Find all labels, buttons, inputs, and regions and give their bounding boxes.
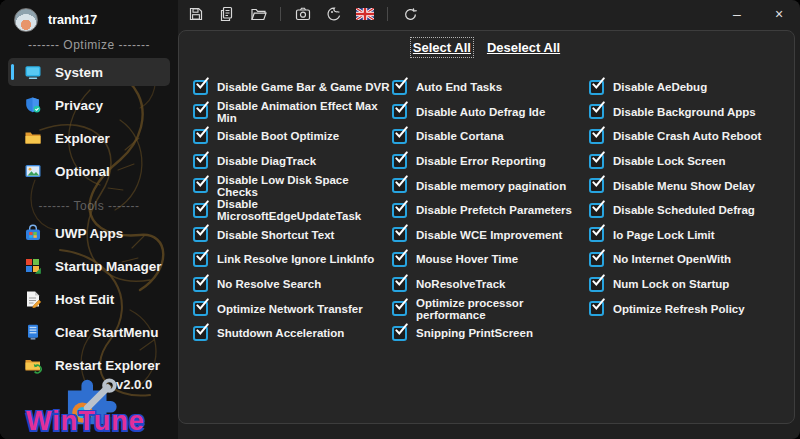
tweak-checkbox-item[interactable]: Disable Boot Optimize [193, 124, 392, 149]
checkbox-checked-icon[interactable] [589, 277, 604, 292]
checkbox-checked-icon[interactable] [193, 104, 208, 119]
tweak-checkbox-item[interactable]: Disable Error Reporting [392, 149, 589, 174]
tweak-label: Disable Prefetch Parameters [416, 204, 572, 216]
checkbox-checked-icon[interactable] [392, 301, 407, 316]
checkbox-checked-icon[interactable] [193, 301, 208, 316]
sidebar-item-explorer[interactable]: Explorer [8, 124, 170, 152]
sidebar-item-clear-startmenu[interactable]: Clear StartMenu [8, 318, 170, 346]
user-profile[interactable]: tranht17 [0, 0, 178, 32]
theme-icon[interactable] [322, 3, 346, 25]
tweak-label: Num Lock on Startup [613, 278, 729, 290]
export-icon[interactable] [215, 3, 239, 25]
checkbox-checked-icon[interactable] [193, 326, 208, 341]
checkbox-checked-icon[interactable] [589, 178, 604, 193]
tweak-checkbox-item[interactable]: Disable memory pagination [392, 173, 589, 198]
tweak-checkbox-item[interactable]: Auto End Tasks [392, 75, 589, 100]
toolbar-separator [280, 7, 281, 21]
tweak-checkbox-item[interactable]: Optimize processor performance [392, 296, 589, 321]
tweak-checkbox-item[interactable]: Disable Scheduled Defrag [589, 198, 789, 223]
checkbox-checked-icon[interactable] [193, 227, 208, 242]
tweak-checkbox-item[interactable]: Disable Shortcut Text [193, 223, 392, 248]
tweak-label: Disable memory pagination [416, 180, 566, 192]
tweak-checkbox-item[interactable]: Disable Auto Defrag Ide [392, 100, 589, 125]
select-all-link[interactable]: Select All [413, 40, 471, 55]
tweak-checkbox-item[interactable]: Disable Prefetch Parameters [392, 198, 589, 223]
checkbox-checked-icon[interactable] [589, 203, 604, 218]
refresh-icon[interactable] [398, 3, 422, 25]
tweak-checkbox-item[interactable]: Disable WCE Improvement [392, 223, 589, 248]
close-button[interactable]: × [758, 0, 800, 28]
checkbox-checked-icon[interactable] [193, 178, 208, 193]
tweak-checkbox-item[interactable]: Shutdown Acceleration [193, 321, 392, 346]
sidebar-item-system[interactable]: System [8, 58, 170, 86]
checkbox-checked-icon[interactable] [193, 129, 208, 144]
tweak-label: Disable MicrosoftEdgeUpdateTask [217, 198, 392, 222]
checkbox-checked-icon[interactable] [392, 252, 407, 267]
tweak-checkbox-item[interactable]: No Internet OpenWith [589, 247, 789, 272]
checkbox-checked-icon[interactable] [589, 129, 604, 144]
checkbox-checked-icon[interactable] [392, 154, 407, 169]
checkbox-checked-icon[interactable] [193, 80, 208, 95]
sidebar-item-privacy[interactable]: Privacy [8, 91, 170, 119]
toolbar-separator [387, 7, 388, 21]
tweak-checkbox-item[interactable]: Disable Cortana [392, 124, 589, 149]
tweak-checkbox-item[interactable]: Num Lock on Startup [589, 272, 789, 297]
deselect-all-link[interactable]: Deselect All [487, 40, 560, 55]
tweaks-column: Auto End TasksDisable Auto Defrag IdeDis… [392, 75, 589, 346]
checkbox-checked-icon[interactable] [392, 178, 407, 193]
checkbox-checked-icon[interactable] [589, 80, 604, 95]
save-icon[interactable] [184, 3, 208, 25]
tweak-checkbox-item[interactable]: Disable Background Apps [589, 100, 789, 125]
checkbox-checked-icon[interactable] [392, 129, 407, 144]
tweak-label: Link Resolve Ignore LinkInfo [217, 253, 374, 265]
checkbox-checked-icon[interactable] [589, 252, 604, 267]
open-folder-icon[interactable] [246, 3, 270, 25]
checkbox-checked-icon[interactable] [392, 104, 407, 119]
tweak-checkbox-item[interactable]: Link Resolve Ignore LinkInfo [193, 247, 392, 272]
tweak-checkbox-item[interactable]: Io Page Lock Limit [589, 223, 789, 248]
checkbox-checked-icon[interactable] [589, 154, 604, 169]
checkbox-checked-icon[interactable] [392, 80, 407, 95]
checkbox-checked-icon[interactable] [392, 203, 407, 218]
tweak-label: No Internet OpenWith [613, 253, 731, 265]
tweak-checkbox-item[interactable]: Disable DiagTrack [193, 149, 392, 174]
explorer-icon [24, 129, 42, 147]
checkbox-checked-icon[interactable] [392, 227, 407, 242]
tweak-checkbox-item[interactable]: Mouse Hover Time [392, 247, 589, 272]
tweak-checkbox-item[interactable]: NoResolveTrack [392, 272, 589, 297]
sidebar-item-optional[interactable]: Optional [8, 157, 170, 185]
checkbox-checked-icon[interactable] [589, 104, 604, 119]
sidebar-item-startup-manager[interactable]: Startup Manager [8, 252, 170, 280]
language-uk-flag-icon[interactable] [353, 3, 377, 25]
checkbox-checked-icon[interactable] [193, 203, 208, 218]
tweak-checkbox-item[interactable]: Disable AeDebug [589, 75, 789, 100]
tweak-label: Disable Scheduled Defrag [613, 204, 755, 216]
screenshot-icon[interactable] [291, 3, 315, 25]
checkbox-checked-icon[interactable] [193, 277, 208, 292]
tweak-checkbox-item[interactable]: No Resolve Search [193, 272, 392, 297]
checkbox-checked-icon[interactable] [589, 301, 604, 316]
tweak-checkbox-item[interactable]: Disable Lock Screen [589, 149, 789, 174]
tweak-checkbox-item[interactable]: Disable MicrosoftEdgeUpdateTask [193, 198, 392, 223]
sidebar-item-uwp-apps[interactable]: UWP Apps [8, 219, 170, 247]
tweak-checkbox-item[interactable]: Snipping PrintScreen [392, 321, 589, 346]
checkbox-checked-icon[interactable] [193, 154, 208, 169]
tweak-checkbox-item[interactable]: Disable Animation Effect Max Min [193, 100, 392, 125]
tweak-checkbox-item[interactable]: Optimize Refresh Policy [589, 296, 789, 321]
privacy-icon [24, 96, 42, 114]
window-controls: – × [716, 0, 800, 28]
tweak-checkbox-item[interactable]: Disable Crash Auto Reboot [589, 124, 789, 149]
checkbox-checked-icon[interactable] [589, 227, 604, 242]
checkbox-checked-icon[interactable] [193, 252, 208, 267]
tweak-checkbox-item[interactable]: Disable Menu Show Delay [589, 173, 789, 198]
tweaks-grid: Disable Game Bar & Game DVRDisable Anima… [179, 55, 794, 346]
minimize-button[interactable]: – [716, 0, 758, 28]
sidebar-item-label: Host Edit [55, 292, 114, 307]
checkbox-checked-icon[interactable] [392, 326, 407, 341]
sidebar-item-host-edit[interactable]: Host Edit [8, 285, 170, 313]
tweak-checkbox-item[interactable]: Disable Low Disk Space Checks [193, 173, 392, 198]
panel-header: Select All Deselect All [179, 31, 794, 55]
tweak-checkbox-item[interactable]: Disable Game Bar & Game DVR [193, 75, 392, 100]
checkbox-checked-icon[interactable] [392, 277, 407, 292]
tweak-checkbox-item[interactable]: Optimize Network Transfer [193, 296, 392, 321]
